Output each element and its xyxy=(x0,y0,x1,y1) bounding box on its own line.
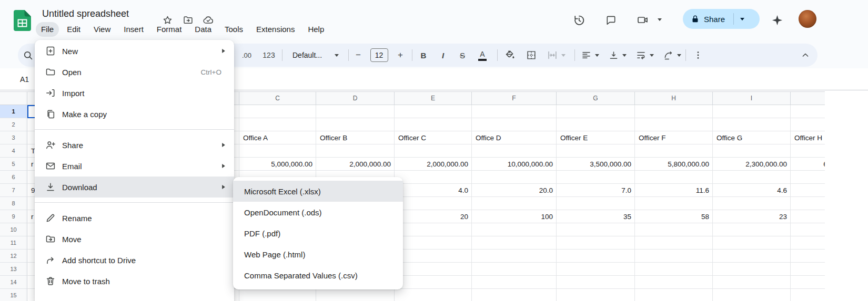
increase-decimal-button[interactable]: .00 xyxy=(236,47,258,63)
cell-F3[interactable]: Office D xyxy=(472,131,557,144)
vertical-align-button[interactable] xyxy=(605,47,629,63)
file-menu-item-email[interactable]: Email xyxy=(35,155,234,177)
grid-corner-box[interactable] xyxy=(0,91,27,105)
file-menu-item-move-to-trash[interactable]: Move to trash xyxy=(35,271,234,292)
bold-button[interactable]: B xyxy=(415,47,432,63)
row-header-3[interactable]: 3 xyxy=(0,131,27,144)
menu-extensions[interactable]: Extensions xyxy=(251,22,300,37)
collapse-toolbar-button[interactable] xyxy=(796,47,814,63)
file-menu-item-import[interactable]: Import xyxy=(35,82,234,103)
cell-E7[interactable]: 4.0 xyxy=(395,184,472,197)
text-color-button[interactable]: A xyxy=(473,47,491,63)
menu-view[interactable]: View xyxy=(88,22,116,37)
cell-F9[interactable]: 100 xyxy=(472,210,557,223)
text-wrapping-button[interactable] xyxy=(632,47,657,63)
column-header-C[interactable]: C xyxy=(239,91,316,105)
menu-file[interactable]: File xyxy=(36,22,59,37)
cell-D5[interactable]: 2,000,000.00 xyxy=(316,158,395,171)
download-option-microsoft-excel-xlsx[interactable]: Microsoft Excel (.xlsx) xyxy=(233,181,403,202)
file-menu-item-new[interactable]: New xyxy=(35,40,234,61)
document-title[interactable]: Untitled spreadsheet xyxy=(42,8,129,19)
row-header-1[interactable]: 1 xyxy=(0,105,27,118)
row-header-9[interactable]: 9 xyxy=(0,210,27,223)
download-option-web-page-html[interactable]: Web Page (.html) xyxy=(233,244,403,265)
row-header-2[interactable]: 2 xyxy=(0,118,27,131)
increase-font-size-button[interactable]: + xyxy=(392,47,408,63)
row-header-7[interactable]: 7 xyxy=(0,184,27,197)
cell-H9[interactable]: 58 xyxy=(635,210,713,223)
more-formats-button[interactable]: 123 xyxy=(259,47,279,63)
file-menu-item-make-a-copy[interactable]: Make a copy xyxy=(35,103,234,124)
cell-H3[interactable]: Officer F xyxy=(635,131,713,144)
menu-tools[interactable]: Tools xyxy=(219,22,248,37)
cell-G9[interactable]: 35 xyxy=(557,210,635,223)
meet-dropdown-caret[interactable] xyxy=(658,18,662,21)
menu-data[interactable]: Data xyxy=(189,22,217,37)
version-history-button[interactable] xyxy=(571,12,587,28)
column-header-H[interactable]: H xyxy=(635,91,713,105)
cell-G5[interactable]: 3,500,000.00 xyxy=(557,158,635,171)
user-avatar[interactable] xyxy=(799,10,816,28)
cell-F7[interactable]: 20.0 xyxy=(472,184,557,197)
cell-F5[interactable]: 10,000,000.00 xyxy=(472,158,557,171)
row-header-4[interactable]: 4 xyxy=(0,144,27,158)
menu-format[interactable]: Format xyxy=(152,22,187,37)
sheets-logo[interactable] xyxy=(14,10,31,31)
font-family-dropdown[interactable]: Default... xyxy=(287,47,344,63)
cell-H5[interactable]: 5,800,000.00 xyxy=(635,158,713,171)
row-header-6[interactable]: 6 xyxy=(0,171,27,184)
row-header-11[interactable]: 11 xyxy=(0,236,27,250)
cell-D3[interactable]: Officer B xyxy=(316,131,395,144)
comments-button[interactable] xyxy=(603,12,619,28)
cell-I9[interactable]: 23 xyxy=(713,210,791,223)
row-header-13[interactable]: 13 xyxy=(0,263,27,276)
cell-J5[interactable]: 6,600,000.00 xyxy=(791,158,825,171)
cell-C3[interactable]: Office A xyxy=(239,131,316,144)
file-menu-item-download[interactable]: Download xyxy=(35,177,234,198)
file-menu-item-add-shortcut-to-drive[interactable]: Add shortcut to Drive xyxy=(35,250,234,271)
cell-E9[interactable]: 20 xyxy=(395,210,472,223)
download-option-pdf-pdf[interactable]: PDF (.pdf) xyxy=(233,223,403,244)
cell-I3[interactable]: Office G xyxy=(713,131,791,144)
text-rotation-button[interactable] xyxy=(660,47,684,63)
italic-button[interactable]: I xyxy=(435,47,451,63)
row-header-5[interactable]: 5 xyxy=(0,158,27,171)
gemini-button[interactable] xyxy=(769,12,785,28)
join-call-button[interactable] xyxy=(635,12,651,28)
cell-G7[interactable]: 7.0 xyxy=(557,184,635,197)
more-toolbar-options-button[interactable] xyxy=(690,47,706,63)
borders-button[interactable] xyxy=(522,47,540,63)
strikethrough-button[interactable]: S xyxy=(454,47,471,63)
column-header-E[interactable]: E xyxy=(395,91,472,105)
horizontal-align-button[interactable] xyxy=(578,47,602,63)
row-header-15[interactable]: 15 xyxy=(0,289,27,301)
download-option-opendocument-ods[interactable]: OpenDocument (.ods) xyxy=(233,202,403,223)
column-header-G[interactable]: G xyxy=(557,91,635,105)
file-menu-item-rename[interactable]: Rename xyxy=(35,207,234,229)
column-header-D[interactable]: D xyxy=(316,91,395,105)
cell-I7[interactable]: 4.6 xyxy=(713,184,791,197)
cell-E3[interactable]: Officer C xyxy=(395,131,472,144)
cell-J3[interactable]: Officer H xyxy=(791,131,825,144)
menu-insert[interactable]: Insert xyxy=(118,22,149,37)
merge-cells-button[interactable] xyxy=(544,47,568,63)
row-header-12[interactable]: 12 xyxy=(0,250,27,263)
search-button[interactable] xyxy=(20,47,36,63)
decrease-font-size-button[interactable]: − xyxy=(350,47,366,63)
cell-C5[interactable]: 5,000,000.00 xyxy=(239,158,316,171)
row-header-8[interactable]: 8 xyxy=(0,197,27,210)
file-menu-item-share[interactable]: Share xyxy=(35,134,234,155)
file-menu-item-open[interactable]: OpenCtrl+O xyxy=(35,61,234,82)
download-option-comma-separated-values-csv[interactable]: Comma Separated Values (.csv) xyxy=(233,265,403,286)
column-header-J[interactable]: J xyxy=(791,91,825,105)
row-header-14[interactable]: 14 xyxy=(0,276,27,289)
font-size-value[interactable]: 12 xyxy=(370,48,388,62)
cell-I5[interactable]: 2,300,000.00 xyxy=(713,158,791,171)
name-box[interactable]: A1 xyxy=(20,68,29,90)
file-menu-item-move[interactable]: Move xyxy=(35,229,234,250)
fill-color-button[interactable] xyxy=(501,47,519,63)
cell-G3[interactable]: Officer E xyxy=(557,131,635,144)
column-header-I[interactable]: I xyxy=(713,91,791,105)
menu-edit[interactable]: Edit xyxy=(62,22,86,37)
share-dropdown-caret[interactable] xyxy=(740,18,744,20)
